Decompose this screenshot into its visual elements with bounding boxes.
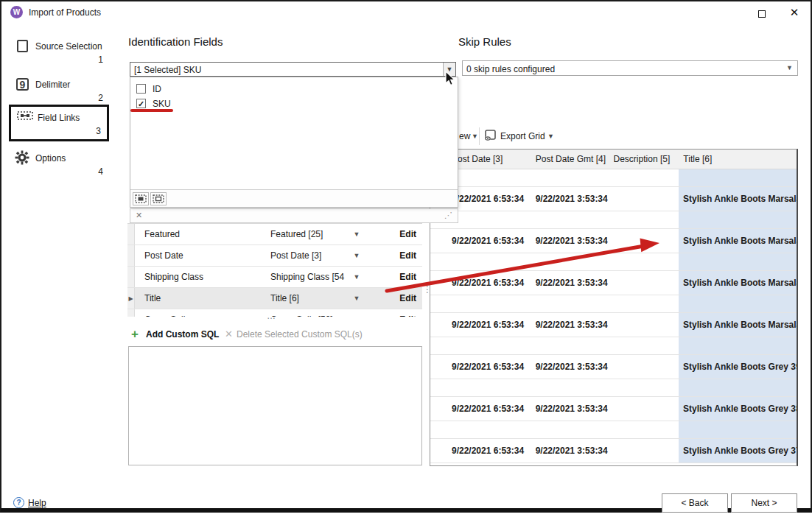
cell-title[interactable]: Stylish Ankle Boots Marsala — [679, 187, 797, 211]
identification-fields-heading: Identification Fields — [128, 35, 223, 48]
edit-link[interactable]: Edit — [366, 250, 422, 261]
field-caret-icon[interactable]: ▼ — [347, 231, 366, 238]
cell-post-date[interactable]: 9/22/2021 6:53:34 — [430, 320, 533, 330]
title-column-band — [679, 169, 797, 186]
step-number: 1 — [98, 54, 103, 65]
select-all-button[interactable] — [133, 192, 149, 205]
cell-post-date-gmt[interactable]: 9/22/2021 3:53:34 — [533, 278, 610, 288]
maximize-button[interactable] — [752, 7, 772, 21]
csv-field-value[interactable]: Post Date [3] — [270, 250, 347, 261]
grid-data-row[interactable]: 9/22/2021 6:53:349/22/2021 3:53:34Stylis… — [430, 397, 797, 421]
cell-post-date-gmt[interactable]: 9/22/2021 3:53:34 — [533, 446, 610, 456]
cell-post-date-gmt[interactable]: 9/22/2021 3:53:34 — [533, 236, 610, 246]
field-caret-icon[interactable]: ▼ — [347, 316, 366, 317]
cell-post-date-gmt[interactable]: 9/22/2021 3:53:34 — [533, 194, 610, 204]
cell-title[interactable]: Stylish Ankle Boots Marsala — [679, 271, 797, 295]
back-button[interactable]: < Back — [662, 493, 728, 513]
help-link[interactable]: Help — [28, 498, 46, 508]
checkbox-icon[interactable] — [136, 84, 146, 94]
app-logo-icon: W — [10, 6, 23, 18]
csv-field-value[interactable]: Featured [25] — [270, 229, 347, 239]
step-label: Source Selection — [35, 41, 102, 52]
export-grid-icon — [484, 130, 497, 144]
grid-spacer-row — [430, 211, 797, 229]
sidebar-step-source-selection[interactable]: Source Selection1 — [9, 35, 109, 69]
field-links-icon — [17, 110, 33, 126]
dropdown-option-sku[interactable]: ✓SKU — [130, 96, 458, 111]
grid-header-post-date-gmt[interactable]: Post Date Gmt [4] — [533, 154, 610, 164]
panel-close-icon[interactable]: ✕ — [136, 211, 142, 220]
next-button[interactable]: Next > — [731, 493, 797, 513]
db-field-label: Title — [135, 293, 270, 303]
cell-title[interactable]: Stylish Ankle Boots Grey 39 — [679, 355, 797, 379]
csv-field-value[interactable]: Title [6] — [270, 293, 347, 303]
export-grid-button[interactable]: Export Grid — [500, 131, 545, 141]
cell-post-date[interactable]: 9/22/2021 6:53:34 — [430, 278, 533, 288]
skip-rules-combo[interactable]: 0 skip rules configured ▼ — [462, 60, 798, 76]
grid-header-row: Post Date [3] Post Date Gmt [4] Descript… — [430, 150, 797, 169]
cell-title[interactable]: Stylish Ankle Boots Grey 37 — [679, 439, 797, 463]
identification-combo[interactable]: [1 Selected] SKU ▼ — [130, 62, 456, 77]
cell-title[interactable]: Stylish Ankle Boots Marsala — [679, 313, 797, 337]
cell-post-date[interactable]: 9/22/2021 6:53:34 — [430, 362, 533, 372]
sidebar-step-field-links[interactable]: Field Links3 — [9, 105, 109, 141]
gear-icon — [15, 150, 31, 166]
help-icon: ? — [13, 497, 24, 508]
deselect-all-icon — [153, 194, 164, 203]
mapping-row-post-date[interactable]: Post DatePost Date [3]▼Edit — [127, 245, 422, 267]
close-button[interactable]: ✕ — [784, 5, 805, 20]
csv-field-value[interactable]: Shipping Class [54 — [270, 272, 347, 282]
grid-header-title[interactable]: Title [6] — [679, 154, 797, 164]
cell-post-date-gmt[interactable]: 9/22/2021 3:53:34 — [533, 404, 610, 414]
step-label: Field Links — [38, 113, 80, 123]
maximize-icon — [758, 10, 766, 18]
grid-data-row[interactable]: 9/22/2021 6:53:349/22/2021 3:53:34Stylis… — [430, 439, 797, 463]
cell-post-date[interactable]: 9/22/2021 6:53:34 — [430, 404, 533, 414]
sidebar-step-options[interactable]: Options4 — [9, 147, 109, 181]
dropdown-option-id[interactable]: ID — [130, 82, 458, 96]
grid-data-row[interactable]: 9/22/2021 6:53:349/22/2021 3:53:34Stylis… — [430, 187, 797, 211]
edit-link[interactable]: Edit — [366, 272, 422, 282]
custom-sql-editor[interactable] — [128, 346, 422, 465]
cell-title[interactable]: Stylish Ankle Boots Grey 38 — [679, 397, 797, 421]
grid-data-row[interactable]: 9/22/2021 6:53:349/22/2021 3:53:34Stylis… — [430, 229, 797, 253]
edit-link[interactable]: Edit — [366, 293, 422, 303]
field-caret-icon[interactable]: ▼ — [347, 252, 366, 259]
db-field-label: Featured — [135, 229, 270, 239]
edit-link[interactable]: Edit — [366, 229, 422, 239]
cell-post-date[interactable]: 9/22/2021 6:53:34 — [430, 446, 533, 456]
view-menu-button[interactable]: ew — [459, 131, 470, 141]
cell-post-date[interactable]: 9/22/2021 6:53:34 — [430, 236, 533, 246]
mapping-row-featured[interactable]: FeaturedFeatured [25]▼Edit — [127, 224, 422, 245]
grid-toolbar: ew ▼ Export Grid ▼ — [430, 125, 798, 147]
skip-rules-combo-value: 0 skip rules configured — [466, 64, 555, 74]
sidebar-step-delimiter[interactable]: 9Delimiter2 — [9, 74, 109, 108]
row-indicator — [127, 245, 135, 266]
grid-spacer-row — [430, 169, 797, 187]
cell-post-date-gmt[interactable]: 9/22/2021 3:53:34 — [533, 362, 610, 372]
checkbox-icon[interactable]: ✓ — [136, 99, 146, 108]
row-drag-handle-icon[interactable]: ⋮ — [423, 287, 432, 292]
cell-post-date-gmt[interactable]: 9/22/2021 3:53:34 — [533, 320, 610, 330]
cell-title[interactable]: Stylish Ankle Boots Marsala — [679, 229, 797, 253]
field-caret-icon[interactable]: ▼ — [347, 295, 366, 302]
grid-data-row[interactable]: 9/22/2021 6:53:349/22/2021 3:53:34Stylis… — [430, 355, 797, 379]
close-icon: ✕ — [790, 6, 799, 18]
field-caret-icon[interactable]: ▼ — [347, 273, 366, 281]
csv-field-value[interactable]: Cross-Sells [50] — [270, 314, 347, 317]
delete-custom-sql-button[interactable]: Delete Selected Custom SQL(s) — [237, 329, 363, 340]
resize-grip-icon[interactable]: ⋰ — [444, 211, 453, 220]
mapping-panel-header: ✕ ⋰ — [130, 208, 458, 223]
grid-data-row[interactable]: 9/22/2021 6:53:349/22/2021 3:53:34Stylis… — [430, 271, 797, 295]
add-custom-sql-button[interactable]: Add Custom SQL — [146, 329, 219, 340]
grid-data-row[interactable]: 9/22/2021 6:53:349/22/2021 3:53:34Stylis… — [430, 313, 797, 337]
custom-sql-toolbar: + Add Custom SQL ✕ Delete Selected Custo… — [128, 326, 423, 343]
mapping-row-shipping-class[interactable]: Shipping ClassShipping Class [54▼Edit — [127, 267, 422, 288]
mapping-row-title[interactable]: ▶TitleTitle [6]▼Edit — [127, 288, 422, 309]
grid-header-description[interactable]: Description [5] — [610, 154, 679, 164]
identification-combo-dropdown-button[interactable]: ▼ — [443, 63, 455, 76]
skip-rules-heading: Skip Rules — [458, 35, 511, 48]
deselect-all-button[interactable] — [150, 192, 167, 205]
step-number: 2 — [98, 93, 103, 103]
edit-link[interactable]: Edit — [366, 314, 422, 317]
